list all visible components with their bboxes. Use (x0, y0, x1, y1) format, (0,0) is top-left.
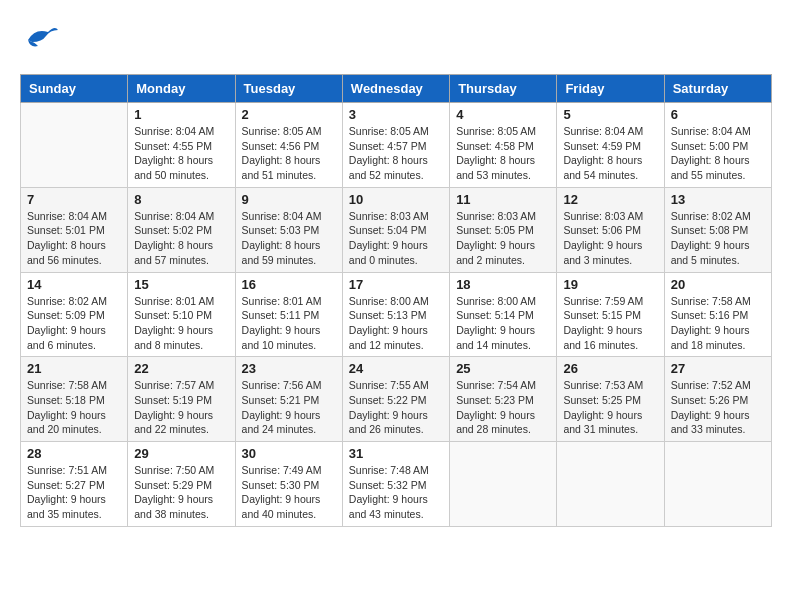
day-number: 1 (134, 107, 228, 122)
calendar-cell: 15Sunrise: 8:01 AMSunset: 5:10 PMDayligh… (128, 272, 235, 357)
calendar-cell (664, 442, 771, 527)
calendar-cell: 29Sunrise: 7:50 AMSunset: 5:29 PMDayligh… (128, 442, 235, 527)
calendar-cell: 2Sunrise: 8:05 AMSunset: 4:56 PMDaylight… (235, 103, 342, 188)
calendar-cell: 1Sunrise: 8:04 AMSunset: 4:55 PMDaylight… (128, 103, 235, 188)
calendar-week-row: 1Sunrise: 8:04 AMSunset: 4:55 PMDaylight… (21, 103, 772, 188)
calendar-cell: 3Sunrise: 8:05 AMSunset: 4:57 PMDaylight… (342, 103, 449, 188)
day-info: Sunrise: 7:53 AMSunset: 5:25 PMDaylight:… (563, 378, 657, 437)
calendar-cell: 27Sunrise: 7:52 AMSunset: 5:26 PMDayligh… (664, 357, 771, 442)
day-number: 12 (563, 192, 657, 207)
day-number: 21 (27, 361, 121, 376)
calendar-cell: 17Sunrise: 8:00 AMSunset: 5:13 PMDayligh… (342, 272, 449, 357)
day-number: 23 (242, 361, 336, 376)
day-info: Sunrise: 8:03 AMSunset: 5:05 PMDaylight:… (456, 209, 550, 268)
day-number: 19 (563, 277, 657, 292)
day-info: Sunrise: 8:04 AMSunset: 4:59 PMDaylight:… (563, 124, 657, 183)
day-info: Sunrise: 7:48 AMSunset: 5:32 PMDaylight:… (349, 463, 443, 522)
logo (20, 20, 64, 64)
day-info: Sunrise: 8:02 AMSunset: 5:09 PMDaylight:… (27, 294, 121, 353)
day-info: Sunrise: 7:58 AMSunset: 5:18 PMDaylight:… (27, 378, 121, 437)
calendar-week-row: 28Sunrise: 7:51 AMSunset: 5:27 PMDayligh… (21, 442, 772, 527)
day-number: 17 (349, 277, 443, 292)
day-header-tuesday: Tuesday (235, 75, 342, 103)
day-info: Sunrise: 7:59 AMSunset: 5:15 PMDaylight:… (563, 294, 657, 353)
day-number: 11 (456, 192, 550, 207)
day-number: 22 (134, 361, 228, 376)
day-number: 26 (563, 361, 657, 376)
calendar-cell: 4Sunrise: 8:05 AMSunset: 4:58 PMDaylight… (450, 103, 557, 188)
calendar-cell: 10Sunrise: 8:03 AMSunset: 5:04 PMDayligh… (342, 187, 449, 272)
day-number: 18 (456, 277, 550, 292)
calendar-cell: 31Sunrise: 7:48 AMSunset: 5:32 PMDayligh… (342, 442, 449, 527)
calendar-cell: 28Sunrise: 7:51 AMSunset: 5:27 PMDayligh… (21, 442, 128, 527)
day-number: 4 (456, 107, 550, 122)
calendar-cell: 24Sunrise: 7:55 AMSunset: 5:22 PMDayligh… (342, 357, 449, 442)
day-number: 8 (134, 192, 228, 207)
calendar-cell: 7Sunrise: 8:04 AMSunset: 5:01 PMDaylight… (21, 187, 128, 272)
day-number: 2 (242, 107, 336, 122)
day-info: Sunrise: 7:58 AMSunset: 5:16 PMDaylight:… (671, 294, 765, 353)
day-header-friday: Friday (557, 75, 664, 103)
day-number: 31 (349, 446, 443, 461)
calendar-cell (557, 442, 664, 527)
day-info: Sunrise: 8:00 AMSunset: 5:13 PMDaylight:… (349, 294, 443, 353)
calendar-table: SundayMondayTuesdayWednesdayThursdayFrid… (20, 74, 772, 527)
calendar-week-row: 21Sunrise: 7:58 AMSunset: 5:18 PMDayligh… (21, 357, 772, 442)
calendar-cell: 23Sunrise: 7:56 AMSunset: 5:21 PMDayligh… (235, 357, 342, 442)
day-info: Sunrise: 8:02 AMSunset: 5:08 PMDaylight:… (671, 209, 765, 268)
day-info: Sunrise: 7:52 AMSunset: 5:26 PMDaylight:… (671, 378, 765, 437)
day-number: 5 (563, 107, 657, 122)
day-info: Sunrise: 8:05 AMSunset: 4:57 PMDaylight:… (349, 124, 443, 183)
day-info: Sunrise: 8:04 AMSunset: 5:03 PMDaylight:… (242, 209, 336, 268)
day-number: 24 (349, 361, 443, 376)
calendar-week-row: 14Sunrise: 8:02 AMSunset: 5:09 PMDayligh… (21, 272, 772, 357)
calendar-cell: 25Sunrise: 7:54 AMSunset: 5:23 PMDayligh… (450, 357, 557, 442)
calendar-cell: 8Sunrise: 8:04 AMSunset: 5:02 PMDaylight… (128, 187, 235, 272)
day-info: Sunrise: 7:51 AMSunset: 5:27 PMDaylight:… (27, 463, 121, 522)
calendar-cell: 19Sunrise: 7:59 AMSunset: 5:15 PMDayligh… (557, 272, 664, 357)
day-number: 16 (242, 277, 336, 292)
day-info: Sunrise: 8:04 AMSunset: 4:55 PMDaylight:… (134, 124, 228, 183)
day-number: 29 (134, 446, 228, 461)
day-number: 10 (349, 192, 443, 207)
day-number: 28 (27, 446, 121, 461)
day-header-wednesday: Wednesday (342, 75, 449, 103)
day-number: 15 (134, 277, 228, 292)
logo-bird-icon (20, 20, 60, 60)
day-info: Sunrise: 7:50 AMSunset: 5:29 PMDaylight:… (134, 463, 228, 522)
day-info: Sunrise: 8:00 AMSunset: 5:14 PMDaylight:… (456, 294, 550, 353)
day-info: Sunrise: 8:01 AMSunset: 5:11 PMDaylight:… (242, 294, 336, 353)
day-info: Sunrise: 8:05 AMSunset: 4:56 PMDaylight:… (242, 124, 336, 183)
calendar-cell (21, 103, 128, 188)
calendar-header-row: SundayMondayTuesdayWednesdayThursdayFrid… (21, 75, 772, 103)
calendar-cell: 21Sunrise: 7:58 AMSunset: 5:18 PMDayligh… (21, 357, 128, 442)
day-info: Sunrise: 7:49 AMSunset: 5:30 PMDaylight:… (242, 463, 336, 522)
day-number: 7 (27, 192, 121, 207)
day-number: 6 (671, 107, 765, 122)
calendar-cell: 5Sunrise: 8:04 AMSunset: 4:59 PMDaylight… (557, 103, 664, 188)
day-header-saturday: Saturday (664, 75, 771, 103)
calendar-cell: 13Sunrise: 8:02 AMSunset: 5:08 PMDayligh… (664, 187, 771, 272)
calendar-cell: 11Sunrise: 8:03 AMSunset: 5:05 PMDayligh… (450, 187, 557, 272)
calendar-cell: 26Sunrise: 7:53 AMSunset: 5:25 PMDayligh… (557, 357, 664, 442)
day-number: 9 (242, 192, 336, 207)
day-number: 13 (671, 192, 765, 207)
calendar-cell: 20Sunrise: 7:58 AMSunset: 5:16 PMDayligh… (664, 272, 771, 357)
day-info: Sunrise: 8:05 AMSunset: 4:58 PMDaylight:… (456, 124, 550, 183)
day-number: 3 (349, 107, 443, 122)
page-header (20, 20, 772, 64)
calendar-cell: 22Sunrise: 7:57 AMSunset: 5:19 PMDayligh… (128, 357, 235, 442)
day-number: 30 (242, 446, 336, 461)
day-number: 14 (27, 277, 121, 292)
day-info: Sunrise: 8:03 AMSunset: 5:06 PMDaylight:… (563, 209, 657, 268)
day-header-monday: Monday (128, 75, 235, 103)
calendar-cell: 6Sunrise: 8:04 AMSunset: 5:00 PMDaylight… (664, 103, 771, 188)
calendar-cell (450, 442, 557, 527)
day-number: 25 (456, 361, 550, 376)
day-info: Sunrise: 7:54 AMSunset: 5:23 PMDaylight:… (456, 378, 550, 437)
day-number: 27 (671, 361, 765, 376)
day-info: Sunrise: 8:01 AMSunset: 5:10 PMDaylight:… (134, 294, 228, 353)
day-header-sunday: Sunday (21, 75, 128, 103)
calendar-cell: 16Sunrise: 8:01 AMSunset: 5:11 PMDayligh… (235, 272, 342, 357)
day-header-thursday: Thursday (450, 75, 557, 103)
